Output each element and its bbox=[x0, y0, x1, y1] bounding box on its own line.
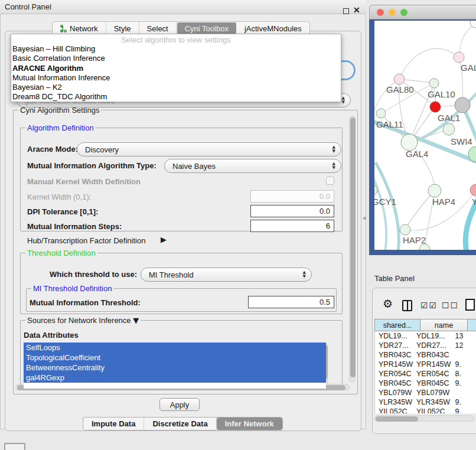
close-traffic-light-icon[interactable] bbox=[377, 9, 384, 16]
network-icon bbox=[60, 25, 67, 32]
table-cell: YDL19... bbox=[375, 331, 413, 341]
network-node[interactable] bbox=[429, 79, 439, 88]
table-row[interactable]: YIL052CYIL052C9. bbox=[375, 407, 476, 413]
data-attributes-list[interactable]: SelfLoopsTopologicalCoefficientBetweenne… bbox=[24, 343, 326, 389]
table-hscrollbar-thumb[interactable] bbox=[376, 416, 418, 422]
table-row[interactable]: YER054CYER054C8. bbox=[375, 369, 476, 379]
splitter-collapse-handle[interactable]: ◄ bbox=[361, 215, 367, 221]
tab-jactivemnodules[interactable]: jActiveMNodules bbox=[237, 22, 309, 35]
apply-button[interactable]: Apply bbox=[159, 398, 200, 411]
gear-icon[interactable]: ⚙ bbox=[383, 297, 393, 310]
table-cell: 13 bbox=[452, 331, 476, 341]
bottom-tab-discretize-data[interactable]: Discretize Data bbox=[144, 418, 216, 430]
network-node[interactable] bbox=[401, 134, 418, 151]
close-icon[interactable]: ✕ bbox=[353, 5, 360, 15]
expand-right-icon[interactable]: ▶ bbox=[161, 235, 167, 244]
table-row[interactable]: YDR27...YDR27...12 bbox=[375, 341, 476, 350]
manual-kernel-checkbox[interactable] bbox=[326, 177, 334, 185]
network-node[interactable] bbox=[394, 74, 405, 84]
bottom-tab-impute-data[interactable]: Impute Data bbox=[83, 418, 144, 430]
settings-scrollbar-thumb[interactable] bbox=[350, 118, 356, 377]
node-label: GCY1 bbox=[374, 197, 396, 207]
deselect-all-icon[interactable]: ☐☐ bbox=[442, 301, 459, 310]
algorithm-definition-title: Algorithm Definition bbox=[25, 123, 96, 132]
control-panel-titlebar: Control Panel bbox=[0, 0, 366, 14]
mi-threshold-title: MI Threshold Definition bbox=[31, 284, 113, 293]
algorithm-dropdown-popup: Select algorithm to view settings Bayesi… bbox=[11, 34, 341, 102]
table-body[interactable]: YDL19...YDL19...13YDR27...YDR27...12YBR0… bbox=[374, 331, 476, 413]
algorithm-option[interactable]: ARACNE Algorithm bbox=[11, 64, 341, 73]
mi-type-label: Mutual Information Algorithm Type: bbox=[27, 161, 157, 170]
network-edge[interactable] bbox=[399, 48, 459, 79]
algorithm-option[interactable]: Dream8 DC_TDC Algorithm bbox=[11, 92, 341, 102]
table-cell: YDR27... bbox=[413, 341, 452, 350]
network-node[interactable] bbox=[430, 102, 441, 112]
tab-cyni-toolbox[interactable]: Cyni Toolbox bbox=[177, 22, 236, 34]
network-node[interactable] bbox=[470, 184, 476, 196]
network-edge[interactable] bbox=[374, 79, 399, 190]
aracne-mode-value: Discovery bbox=[85, 145, 119, 154]
split-columns-icon[interactable] bbox=[402, 300, 412, 311]
node-label: GAL bbox=[461, 63, 476, 73]
algorithm-option[interactable]: Bayesian – Hill Climbing bbox=[11, 44, 341, 54]
attribute-item[interactable]: TopologicalCoefficient bbox=[24, 353, 326, 363]
mi-threshold-field[interactable]: 0.5 bbox=[248, 296, 334, 308]
network-node[interactable] bbox=[376, 109, 386, 118]
table-row[interactable]: YBR045CYBR045C9. bbox=[375, 379, 476, 388]
settings-scrollbar-track[interactable] bbox=[349, 116, 356, 383]
network-node[interactable] bbox=[428, 184, 441, 197]
table-cell: YBR045C bbox=[413, 379, 452, 388]
algorithm-option[interactable]: Basic Correlation Inference bbox=[11, 54, 341, 63]
node-label: HAP4 bbox=[432, 197, 455, 207]
hub-section-label: Hub/Transcription Factor Definition bbox=[27, 236, 145, 245]
attribute-item[interactable]: BetweennessCentrality bbox=[24, 363, 326, 373]
kernel-width-field[interactable]: 0.0 bbox=[250, 190, 334, 203]
stepper-arrows-icon: ▲▼ bbox=[342, 96, 345, 105]
control-panel-title: Control Panel bbox=[5, 2, 51, 11]
column-header[interactable] bbox=[468, 319, 476, 331]
which-threshold-combo[interactable]: MI Threshold ▲▼ bbox=[141, 268, 312, 282]
network-node[interactable] bbox=[443, 123, 455, 135]
network-graph[interactable]: GALGAL80GAL10GAL1GAL11SWI4GAL4GCY1HAP4YH… bbox=[374, 21, 476, 250]
zoom-traffic-light-icon[interactable] bbox=[400, 9, 407, 16]
network-edge[interactable] bbox=[459, 23, 475, 57]
network-node[interactable] bbox=[455, 97, 470, 113]
attribute-item[interactable]: SelfLoops bbox=[24, 343, 326, 353]
stepper-arrows-icon: ▲▼ bbox=[332, 145, 335, 154]
tab-network[interactable]: Network bbox=[53, 22, 106, 35]
table-row[interactable]: YDL19...YDL19...13 bbox=[375, 331, 476, 341]
tab-select[interactable]: Select bbox=[139, 22, 177, 35]
network-canvas[interactable]: GALGAL80GAL10GAL1GAL11SWI4GAL4GCY1HAP4YH… bbox=[374, 21, 476, 250]
float-window-icon[interactable] bbox=[343, 8, 349, 14]
table-row[interactable]: YBR043CYBR043C bbox=[375, 350, 476, 360]
select-all-icon[interactable]: ☑☑ bbox=[420, 301, 438, 310]
document-icon[interactable] bbox=[465, 299, 475, 311]
dpi-tolerance-field[interactable]: 0.0 bbox=[250, 205, 334, 217]
table-row[interactable]: YBL079WYBL079W bbox=[375, 388, 476, 397]
aracne-mode-combo[interactable]: Discovery ▲▼ bbox=[77, 142, 341, 156]
collapse-down-icon[interactable]: ▼ bbox=[133, 316, 139, 325]
column-header[interactable]: name bbox=[420, 319, 468, 331]
column-header[interactable]: shared... bbox=[374, 319, 420, 331]
mi-type-combo[interactable]: Naive Bayes ▲▼ bbox=[164, 159, 341, 173]
algorithm-option[interactable]: Mutual Information Inference bbox=[11, 73, 341, 83]
mi-steps-field[interactable]: 6 bbox=[250, 220, 334, 232]
table-cell: 9. bbox=[452, 379, 476, 388]
table-cell: YIL052C bbox=[413, 407, 452, 413]
table-hscrollbar-track[interactable] bbox=[374, 415, 475, 422]
mi-threshold-label: Mutual Information Threshold: bbox=[30, 298, 141, 307]
network-window-titlebar bbox=[369, 5, 476, 19]
table-cell bbox=[452, 350, 476, 360]
table-cell: 9. bbox=[452, 407, 476, 413]
network-node[interactable] bbox=[400, 224, 410, 235]
table-row[interactable]: YLR345WYLR345W9. bbox=[375, 397, 476, 407]
minimize-traffic-light-icon[interactable] bbox=[389, 9, 396, 16]
bottom-tab-infer-network[interactable]: Infer Network bbox=[217, 418, 282, 430]
table-row[interactable]: YPR145WYPR145W9. bbox=[375, 360, 476, 369]
network-node[interactable] bbox=[454, 52, 464, 63]
attribute-item[interactable]: gal4RGexp bbox=[24, 373, 326, 383]
network-edge[interactable] bbox=[405, 191, 435, 230]
tab-style[interactable]: Style bbox=[106, 22, 139, 35]
corner-grid-button[interactable] bbox=[4, 443, 25, 450]
algorithm-option[interactable]: Bayesian – K2 bbox=[11, 83, 341, 92]
